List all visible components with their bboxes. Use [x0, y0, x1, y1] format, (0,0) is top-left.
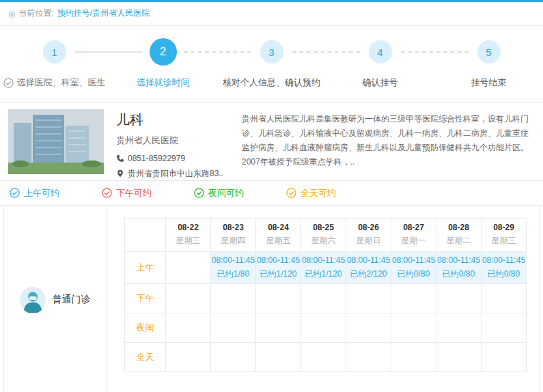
- slot-cell-empty: [166, 251, 211, 283]
- slot-cell-empty: [166, 342, 211, 372]
- step-number-circle: 5: [477, 40, 501, 64]
- date-column-header: 08-29星期三: [482, 218, 527, 251]
- step-label: 确认挂号: [363, 76, 398, 89]
- hospital-photo: [8, 109, 104, 174]
- hospital-card: 儿科 贵州省人民医院 0851-85922979 贵州省贵阳市中山东路83.. …: [0, 102, 543, 181]
- date-column-header: 08-24星期五: [256, 218, 301, 251]
- legend-night: 夜间可约: [194, 187, 244, 199]
- legend-afternoon: 下午可约: [102, 187, 152, 199]
- slot-cell-empty: [391, 283, 436, 313]
- slot-cell-empty: [256, 313, 301, 342]
- slot-cell-available[interactable]: 08:00-11:45已约0/80: [482, 251, 527, 283]
- slot-cell-available[interactable]: 08:00-11:45已约0/80: [436, 251, 482, 283]
- slot-cell-empty: [346, 313, 391, 342]
- date-column-header: 08-26星期日: [346, 218, 391, 251]
- slot-cell-empty: [166, 283, 211, 313]
- availability-legend: 上午可约下午可约夜间可约全天可约: [0, 181, 543, 206]
- doctor-name: 普通门诊: [53, 294, 91, 306]
- slot-cell-available[interactable]: 08:00-11:45已约2/120: [346, 251, 391, 283]
- legend-allday: 全天可约: [286, 187, 336, 199]
- slot-cell-available[interactable]: 08:00-11:45已约1/120: [301, 251, 346, 283]
- hospital-phone: 0851-85922979: [128, 154, 185, 163]
- slot-cell-empty: [301, 283, 346, 313]
- hospital-phone-row: 0851-85922979: [116, 154, 232, 163]
- department-title: 儿科: [116, 111, 232, 129]
- check-circle-icon: [286, 188, 296, 198]
- slot-cell-empty: [211, 342, 256, 372]
- slot-cell-empty: [301, 342, 346, 372]
- slot-cell-empty: [211, 283, 256, 313]
- step-3: 3核对个人信息、确认预约: [217, 36, 326, 91]
- row-label-night: 夜间: [125, 313, 166, 342]
- step-5: 5挂号结束: [434, 36, 543, 91]
- step-number-circle: 3: [260, 40, 283, 64]
- slot-cell-empty: [391, 313, 436, 342]
- doctor-panel: 普通门诊: [4, 206, 107, 392]
- step-connector: [184, 51, 251, 53]
- doctor-avatar-icon: [20, 287, 46, 313]
- date-column-header: 08-28星期二: [436, 218, 482, 251]
- date-column-header: 08-23星期四: [211, 218, 256, 251]
- date-column-header: 08-27星期一: [391, 218, 436, 251]
- slot-cell-empty: [482, 283, 527, 313]
- breadcrumb-link-hospital[interactable]: 贵州省人民医院: [92, 8, 150, 18]
- hospital-address-row: 贵州省贵阳市中山东路83..: [116, 168, 232, 180]
- page: ◎ 当前位置: 预约挂号/贵州省人民医院 1选择医院、科室、医生2选择就诊时间3…: [0, 0, 543, 392]
- slot-cell-empty: [256, 342, 301, 372]
- schedule-table-wrap: 08-22星期三08-23星期四08-24星期五08-25星期六08-26星期日…: [107, 206, 527, 392]
- slot-cell-empty: [301, 313, 346, 342]
- step-label: 选择就诊时间: [137, 76, 190, 89]
- step-4: 4确认挂号: [326, 36, 434, 91]
- check-circle-icon: [102, 188, 112, 198]
- slot-cell-empty: [436, 342, 482, 372]
- slot-cell-empty: [436, 313, 482, 342]
- slot-cell-empty: [482, 342, 527, 372]
- hospital-address: 贵州省贵阳市中山东路83..: [128, 168, 223, 180]
- hospital-name: 贵州省人民医院: [116, 135, 232, 147]
- check-circle-icon: [10, 188, 20, 198]
- breadcrumb-label: 当前位置:: [18, 8, 53, 19]
- step-connector: [401, 51, 469, 53]
- step-label: 核对个人信息、确认预约: [223, 76, 320, 89]
- row-label-allday: 全天: [125, 342, 166, 372]
- slot-cell-available[interactable]: 08:00-11:45已约1/120: [256, 251, 301, 283]
- breadcrumb: ◎ 当前位置: 预约挂号/贵州省人民医院: [0, 2, 543, 26]
- slot-cell-empty: [436, 283, 482, 313]
- step-connector: [75, 51, 143, 53]
- step-connector: [292, 51, 360, 53]
- schedule-corner-cell: [125, 218, 166, 251]
- date-column-header: 08-25星期六: [301, 218, 346, 251]
- step-number-circle: 1: [43, 40, 66, 64]
- step-number-circle: 4: [369, 40, 392, 64]
- slot-cell-empty: [166, 313, 211, 342]
- map-pin-icon: [116, 169, 124, 178]
- step-label: 挂号结束: [471, 76, 507, 89]
- stepper: 1选择医院、科室、医生2选择就诊时间3核对个人信息、确认预约4确认挂号5挂号结束: [0, 26, 543, 102]
- schedule-section: 普通门诊 08-22星期三08-23星期四08-24星期五08-25星期六08-…: [3, 206, 540, 392]
- row-label-afternoon: 下午: [125, 283, 166, 313]
- slot-cell-empty: [482, 313, 527, 342]
- slot-cell-empty: [256, 283, 301, 313]
- hospital-description: 贵州省人民医院儿科是集医教研为一体的三级甲等医院综合性科室，设有儿科门诊、儿科急…: [242, 112, 535, 173]
- slot-cell-empty: [211, 313, 256, 342]
- phone-icon: [116, 154, 124, 163]
- slot-cell-empty: [346, 283, 391, 313]
- slot-cell-empty: [346, 342, 391, 372]
- row-label-morning: 上午: [125, 251, 166, 283]
- step-1: 1选择医院、科室、医生: [0, 36, 109, 91]
- slot-cell-available[interactable]: 08:00-11:45已约0/80: [391, 251, 436, 283]
- schedule-table: 08-22星期三08-23星期四08-24星期五08-25星期六08-26星期日…: [124, 218, 527, 372]
- slot-cell-empty: [391, 342, 436, 372]
- step-number-circle: 2: [150, 38, 177, 66]
- legend-morning: 上午可约: [10, 187, 59, 199]
- step-label: 选择医院、科室、医生: [3, 76, 106, 89]
- hospital-info: 儿科 贵州省人民医院 0851-85922979 贵州省贵阳市中山东路83..: [116, 109, 232, 173]
- breadcrumb-link-registration[interactable]: 预约挂号: [57, 8, 90, 18]
- step-2: 2选择就诊时间: [109, 36, 217, 91]
- check-circle-icon: [3, 78, 14, 88]
- date-column-header: 08-22星期三: [166, 218, 211, 251]
- slot-cell-available[interactable]: 08:00-11:45已约1/80: [211, 251, 256, 283]
- check-circle-icon: [194, 188, 204, 198]
- location-icon: ◎: [8, 9, 15, 18]
